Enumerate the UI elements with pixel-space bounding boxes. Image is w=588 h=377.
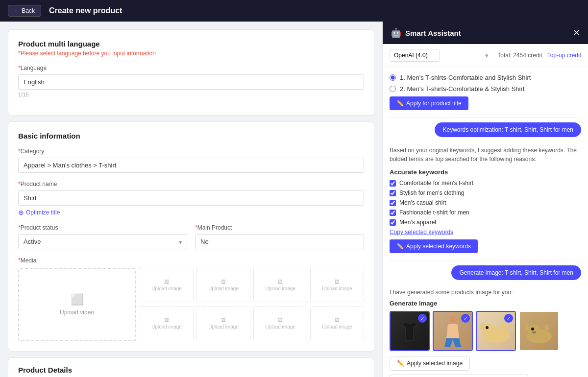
basic-info-card: Basic information *Category *Product nam… <box>8 121 374 352</box>
svg-point-9 <box>525 324 530 331</box>
keyword-checkbox-3[interactable] <box>390 200 396 206</box>
image-upload-cell-4[interactable]: 🖼 Upload image <box>310 268 364 302</box>
category-input[interactable] <box>18 158 364 173</box>
video-upload-label: Upload video <box>60 309 94 316</box>
apply-title-icon: ✏️ <box>396 100 404 107</box>
model-select-arrow-icon: ▾ <box>485 52 489 59</box>
model-select[interactable]: OpenAI (4.0) GPT-3.5 <box>390 49 440 62</box>
keyword-item-2: Stylish for men's clothing <box>390 189 581 196</box>
product-status-select[interactable]: Active Inactive <box>18 234 187 249</box>
check-badge-1: ✓ <box>418 314 427 323</box>
category-label: *Category <box>18 148 364 155</box>
product-details-title: Product Details <box>18 366 364 374</box>
language-label: *Language <box>18 65 364 71</box>
smart-assistant-panel: 🤖 Smart Assistant ✕ OpenAI (4.0) GPT-3.5… <box>382 22 588 377</box>
image-upload-cell-2[interactable]: 🖼 Upload image <box>196 268 250 302</box>
svg-point-3 <box>486 326 489 329</box>
panel-header: 🤖 Smart Assistant ✕ <box>383 22 588 44</box>
back-button[interactable]: ← Back <box>8 5 41 17</box>
keyword-item-3: Men's casual shirt <box>390 199 581 206</box>
generated-image-3[interactable]: ✓ <box>476 311 516 351</box>
smart-assistant-icon: 🤖 <box>391 27 401 38</box>
media-label: *Media <box>18 257 364 264</box>
keyword-checkbox-1[interactable] <box>390 180 396 187</box>
page-title: Create new product <box>49 6 122 15</box>
product-details-card: Product Details <box>8 357 374 377</box>
apply-keywords-icon: ✏️ <box>396 243 404 250</box>
title-radio-1[interactable] <box>390 74 396 81</box>
generated-image-2[interactable]: ✓ <box>433 311 473 351</box>
keyword-item-4: Fashionable t-shirt for men <box>390 209 581 216</box>
apply-image-button[interactable]: ✏️ Apply selected image <box>390 356 470 371</box>
apply-image-icon: ✏️ <box>397 360 404 367</box>
product-status-label: *Product status <box>18 224 187 231</box>
generate-image-bubble: Generate image: T-shirt, Shirt, Shirt fo… <box>451 265 581 280</box>
apply-keywords-button[interactable]: ✏️ Apply selected keywords <box>390 239 478 253</box>
media-grid: ⬜ Upload video 🖼 Upload image 🖼 Upload i… <box>18 268 364 341</box>
main-product-input[interactable] <box>195 234 364 249</box>
product-name-input[interactable] <box>18 190 364 206</box>
panel-content: 1. Men's T-shirts-Comfortable and Stylis… <box>383 67 588 377</box>
title-radio-2[interactable] <box>390 86 396 92</box>
top-up-link[interactable]: Top-up credit <box>547 52 581 59</box>
image-upload-cell-7[interactable]: 🖼 Upload image <box>253 306 307 340</box>
main-layout: Product multi language *Please select la… <box>0 22 588 377</box>
keyword-checkbox-5[interactable] <box>390 219 396 226</box>
divider-1 <box>390 117 581 118</box>
image-upload-cell-5[interactable]: 🖼 Upload image <box>140 306 194 340</box>
language-input[interactable] <box>18 74 364 90</box>
image-upload-grid: 🖼 Upload image 🖼 Upload image 🖼 Upload i… <box>140 268 364 341</box>
main-product-label: *Main Product <box>195 224 364 231</box>
generated-text: I have generated some products image for… <box>390 289 581 296</box>
optimize-title-button[interactable]: ⊕ Optimize title <box>18 209 60 216</box>
multi-language-title: Product multi language <box>18 40 364 48</box>
title-option-2: 2. Men's T-shirts-Comfortable & Stylish … <box>390 85 581 93</box>
accurate-keywords-label: Accurate keywords <box>390 168 581 176</box>
multi-language-subtitle: *Please select language before you input… <box>18 50 364 57</box>
check-badge-2: ✓ <box>461 314 470 323</box>
keyword-item-1: Comfortable for men's t-shirt <box>390 180 581 187</box>
product-status-wrapper: Active Inactive ▾ <box>18 234 187 249</box>
svg-point-11 <box>532 331 536 333</box>
upload-icon-7: 🖼 <box>278 317 283 323</box>
upload-icon-8: 🖼 <box>335 317 340 323</box>
char-count: 1/15 <box>18 92 364 97</box>
generated-image-1[interactable]: ✓ <box>390 311 430 351</box>
generated-image-4-preview <box>520 312 558 350</box>
optimize-icon: ⊕ <box>18 209 24 216</box>
keyword-checkbox-2[interactable] <box>390 190 396 196</box>
keyword-item-5: Men's apparel <box>390 219 581 226</box>
svg-point-10 <box>544 324 549 331</box>
upload-icon-2: 🖼 <box>221 279 226 284</box>
svg-point-4 <box>480 323 485 330</box>
panel-header-left: 🤖 Smart Assistant <box>391 27 461 38</box>
keyword-optimization-bubble: Keywords optimization: T-shirt, Shirt, S… <box>435 122 581 137</box>
copy-keywords-button[interactable]: Copy selected keywords <box>390 229 453 236</box>
svg-point-8 <box>531 328 534 330</box>
panel-title: Smart Assistant <box>405 29 461 37</box>
svg-point-0 <box>449 316 457 324</box>
image-upload-cell-3[interactable]: 🖼 Upload image <box>253 268 307 302</box>
check-badge-3: ✓ <box>504 314 513 323</box>
upload-icon-6: 🖼 <box>221 317 226 323</box>
generate-more-button[interactable]: ✨ Generate more 4 photos about this keyw… <box>390 375 528 377</box>
svg-point-7 <box>528 325 540 335</box>
image-upload-cell-8[interactable]: 🖼 Upload image <box>310 306 364 340</box>
video-upload-area[interactable]: ⬜ Upload video <box>18 268 136 341</box>
image-upload-cell-1[interactable]: 🖼 Upload image <box>140 268 194 302</box>
panel-toolbar: OpenAI (4.0) GPT-3.5 ▾ Total: 2454 credi… <box>383 44 588 67</box>
keyword-checkbox-4[interactable] <box>390 210 396 216</box>
top-nav: ← Back Create new product <box>0 0 588 22</box>
credit-info: Total: 2454 credit <box>497 52 542 59</box>
upload-icon-5: 🖼 <box>164 317 169 323</box>
generated-images: ✓ ✓ <box>390 311 581 351</box>
multi-language-card: Product multi language *Please select la… <box>8 29 374 116</box>
svg-point-5 <box>502 323 507 330</box>
video-upload-icon: ⬜ <box>71 293 84 306</box>
image-upload-cell-6[interactable]: 🖼 Upload image <box>196 306 250 340</box>
apply-title-button[interactable]: ✏️ Apply for product title <box>390 96 468 110</box>
generated-image-4[interactable] <box>519 311 559 351</box>
suggestion-text: Based on your original keywords, I sugge… <box>390 146 581 164</box>
close-panel-button[interactable]: ✕ <box>573 27 580 38</box>
upload-icon-4: 🖼 <box>335 279 340 284</box>
